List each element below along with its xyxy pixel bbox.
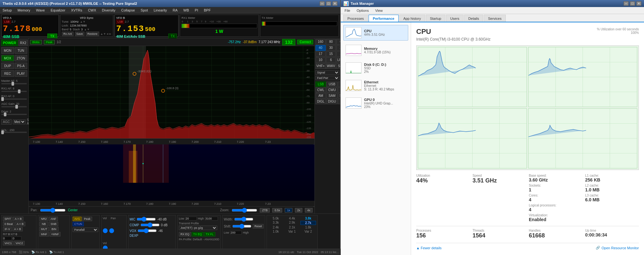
menu-wave[interactable]: Wave bbox=[35, 8, 46, 12]
profile-select[interactable]: Joe(TET) -ps g2g bbox=[179, 226, 217, 230]
restore-button[interactable]: Restore bbox=[86, 32, 99, 36]
peak-disp-button[interactable]: Peak bbox=[82, 217, 92, 221]
mode-usb[interactable]: USB bbox=[326, 81, 338, 87]
sidebar-item-gpu[interactable]: GPU 0 Intel(R) UHD Grap... 23% bbox=[343, 95, 408, 111]
rit-input[interactable] bbox=[3, 236, 12, 240]
mic-slider[interactable] bbox=[137, 217, 156, 222]
power-button[interactable]: POWER bbox=[1, 40, 18, 46]
pan-slider-ctrl[interactable] bbox=[109, 221, 114, 240]
vol-slider-1[interactable] bbox=[103, 221, 108, 240]
zoom-05-button[interactable]: 0.5x bbox=[272, 208, 282, 212]
fewer-details-link[interactable]: ▲ Fewer details bbox=[416, 246, 441, 250]
band-lfmf[interactable]: LFMF bbox=[336, 57, 340, 63]
bin-button[interactable]: BIN bbox=[50, 227, 59, 231]
snb-button[interactable]: SNB bbox=[49, 222, 58, 226]
shift-slider[interactable] bbox=[232, 224, 251, 229]
high-input[interactable] bbox=[205, 217, 218, 220]
agc-gain-slider[interactable] bbox=[1, 106, 27, 107]
anf-button[interactable]: ANF bbox=[49, 217, 58, 221]
nr2-button[interactable]: NR2 bbox=[39, 217, 48, 221]
xit-input[interactable] bbox=[12, 236, 21, 240]
nb-button[interactable]: NB bbox=[39, 222, 48, 226]
rx2-af-slider[interactable] bbox=[1, 98, 27, 100]
rx-eq-button[interactable]: RX EQ bbox=[179, 232, 191, 236]
menu-ra[interactable]: RA bbox=[171, 8, 179, 12]
width-slider[interactable] bbox=[234, 217, 253, 222]
vfo-a-freq[interactable]: 7.178 bbox=[3, 25, 31, 33]
low2-input[interactable] bbox=[230, 231, 242, 235]
master-af-slider[interactable] bbox=[1, 83, 27, 84]
mode-dsb[interactable]: DSB bbox=[338, 81, 340, 87]
a-b-button[interactable]: A > B bbox=[13, 217, 23, 221]
mute-button[interactable]: MUT bbox=[39, 227, 49, 231]
if-v-button[interactable]: IF-V bbox=[3, 227, 12, 231]
zoom-4-button[interactable]: 4x bbox=[305, 208, 313, 212]
tab-services[interactable]: Services bbox=[484, 15, 505, 22]
panafall-select[interactable]: Panafall bbox=[73, 228, 98, 232]
avg-button[interactable]: AVG bbox=[73, 217, 82, 221]
reset-button[interactable]: Reset bbox=[253, 224, 264, 228]
rx-ant-button[interactable]: Rx Ant bbox=[62, 32, 74, 36]
sidebar-item-cpu[interactable]: CPU 44% 3.51 GHz bbox=[343, 25, 408, 41]
ab3-button[interactable]: A > B bbox=[12, 227, 23, 231]
rx2-button[interactable]: RX2 bbox=[19, 40, 28, 46]
zoom-slider[interactable] bbox=[232, 208, 257, 213]
spectrum-display[interactable]: -324/2.2(1) -100.8 (3) -0 -5 -10 -20 -30… bbox=[29, 46, 314, 139]
ztb-button[interactable]: ZTB bbox=[260, 208, 270, 212]
signal-dropdown[interactable]: Signal bbox=[315, 70, 339, 75]
menu-wb[interactable]: WB bbox=[182, 8, 190, 12]
band-80[interactable]: 80 bbox=[326, 39, 336, 45]
menu-bpf[interactable]: BPF bbox=[203, 8, 212, 12]
tab-app-history[interactable]: App history bbox=[399, 15, 425, 22]
tun-button[interactable]: TUN bbox=[15, 47, 28, 54]
menu-memory[interactable]: Memory bbox=[16, 8, 32, 12]
tm-close-button[interactable]: ✕ bbox=[636, 1, 641, 6]
mox-button[interactable]: MOX bbox=[1, 55, 14, 61]
beat-button[interactable]: 0 Beat bbox=[3, 222, 14, 226]
vac2-button[interactable]: VAC2 bbox=[14, 241, 25, 245]
low-input[interactable] bbox=[186, 217, 197, 220]
menu-setup[interactable]: Setup bbox=[1, 8, 13, 12]
menu-diversity[interactable]: Diversity bbox=[101, 8, 117, 12]
menu-collapse[interactable]: Collapse bbox=[120, 8, 136, 12]
band-20[interactable]: 20 bbox=[336, 45, 340, 51]
tm-menu-file[interactable]: File bbox=[343, 9, 352, 12]
tm-menu-options[interactable]: Options bbox=[355, 9, 370, 12]
menu-xvtrs[interactable]: XVTRs bbox=[70, 8, 83, 12]
tx-fl-button[interactable]: TX FL bbox=[204, 232, 215, 236]
mode-spec[interactable]: SPEC bbox=[338, 93, 340, 98]
mode-digu[interactable]: DIGU bbox=[326, 99, 338, 104]
sidebar-item-disk[interactable]: Disk 0 (C: D:) SSD 2% bbox=[343, 60, 408, 76]
tx-eq-button[interactable]: TX EQ bbox=[192, 232, 203, 236]
comp-slider[interactable] bbox=[140, 222, 160, 228]
menu-cwx[interactable]: CWX bbox=[87, 8, 98, 12]
band-30[interactable]: 30 bbox=[326, 45, 336, 51]
tm-minimize-button[interactable]: ─ bbox=[624, 1, 629, 6]
open-resource-monitor-link[interactable]: 🔗 Open Resource Monitor bbox=[596, 246, 639, 250]
zoom-2-button[interactable]: 2x bbox=[295, 208, 303, 212]
agc-select[interactable]: Med bbox=[13, 120, 26, 124]
mode-lsb[interactable]: LSB bbox=[315, 81, 326, 87]
band-17[interactable]: 17 bbox=[315, 51, 326, 57]
thetis-maximize-button[interactable]: □ bbox=[326, 1, 331, 6]
peak-button[interactable]: Peak bbox=[44, 40, 55, 44]
thetis-close-button[interactable]: ✕ bbox=[332, 1, 338, 6]
vfo-b-freq[interactable]: 7.153 bbox=[116, 25, 144, 33]
band-swl[interactable]: SWL bbox=[336, 63, 340, 69]
menu-linearity[interactable]: Linearity bbox=[152, 8, 168, 12]
mon-button[interactable]: MON bbox=[1, 47, 14, 54]
band-vhf[interactable]: VHF+ bbox=[315, 63, 326, 69]
ab2-button[interactable]: A < B bbox=[15, 222, 25, 226]
band-160[interactable]: 160 bbox=[315, 39, 326, 45]
tab-details[interactable]: Details bbox=[464, 15, 483, 22]
mnfp-button[interactable]: +MNF bbox=[50, 232, 61, 236]
tab-users[interactable]: Users bbox=[446, 15, 464, 22]
rec-button[interactable]: REC bbox=[1, 70, 14, 77]
menu-equalizer[interactable]: Equalizer bbox=[49, 8, 67, 12]
sql-slider[interactable] bbox=[1, 132, 27, 133]
mode-am[interactable]: AM bbox=[315, 93, 326, 98]
fwd-pwr-dropdown[interactable]: Fwd Pwr bbox=[315, 76, 339, 80]
band-15[interactable]: 15 bbox=[326, 51, 336, 57]
menu-spot[interactable]: Spot bbox=[139, 8, 149, 12]
tab-processes[interactable]: Processes bbox=[343, 15, 368, 22]
